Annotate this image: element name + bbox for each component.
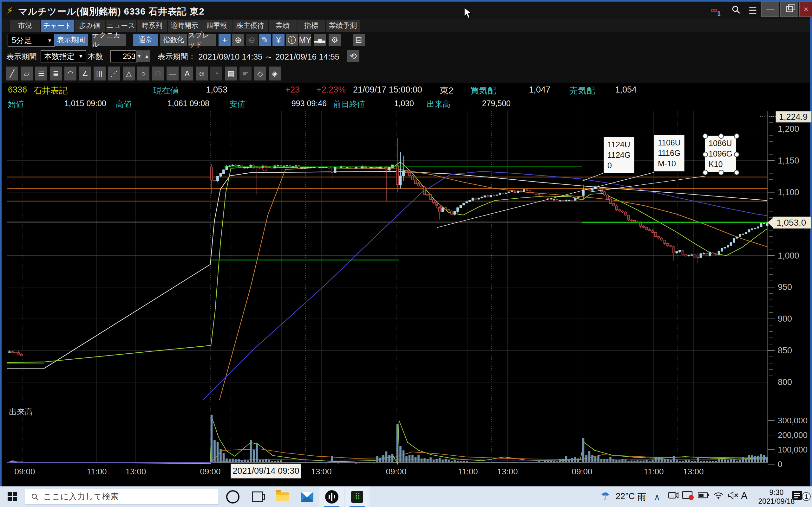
toolbar-button-2[interactable]: テクニカル: [92, 34, 126, 46]
minimize-button[interactable]: —: [761, 2, 779, 17]
price-volume-chart[interactable]: 1,2001,1501,1001,000950900850800300,0002…: [0, 109, 812, 487]
tab-10[interactable]: 指標: [297, 20, 325, 32]
camera-icon[interactable]: [668, 491, 678, 501]
taskbar-search-input[interactable]: ここに入力して検索: [25, 489, 219, 504]
link-icon[interactable]: ∞1: [711, 5, 720, 17]
fan-arc-tool[interactable]: ◠: [64, 66, 77, 80]
svg-text:1,000: 1,000: [778, 251, 799, 261]
running-indicator: [350, 506, 365, 507]
volume-muted-icon[interactable]: [728, 491, 739, 501]
tab-11[interactable]: 業績予測: [326, 20, 360, 32]
toolbar-button-1[interactable]: 表示期間: [54, 34, 88, 46]
tab-9[interactable]: 業績: [269, 20, 297, 32]
start-button[interactable]: [8, 492, 17, 502]
print-icon[interactable]: ⊟: [353, 34, 365, 46]
erase-all-tool[interactable]: ◈: [269, 66, 281, 80]
copy-tool[interactable]: ▤: [225, 66, 237, 80]
tab-1[interactable]: 市況: [10, 20, 40, 32]
notification-icon[interactable]: [792, 490, 803, 503]
my-chart-icon[interactable]: MY: [299, 34, 311, 46]
selection-handle-2[interactable]: [718, 133, 724, 139]
fan-line-tool[interactable]: ∠: [79, 66, 91, 80]
cortana-button[interactable]: [220, 487, 245, 507]
period-mode-select[interactable]: 本数指定 ▼: [41, 50, 86, 62]
icon-stamp-tool[interactable]: ☺: [196, 66, 208, 80]
notification-badge[interactable]: 1: [802, 492, 811, 501]
hlines4-tool[interactable]: ≣: [50, 66, 62, 80]
hsegment-tool[interactable]: —: [166, 66, 179, 80]
wrench-icon[interactable]: ⚙: [328, 34, 341, 46]
ellipse-tool[interactable]: ○: [137, 66, 149, 80]
search-icon[interactable]: [731, 5, 741, 16]
ruler-tool[interactable]: ▱: [20, 66, 33, 80]
weather-temp[interactable]: 22°C: [616, 492, 635, 501]
selection-handle-4[interactable]: [734, 152, 740, 157]
reset-range-button[interactable]: ⟲: [347, 50, 359, 62]
chart-note-1[interactable]: 1124U1124G0: [604, 137, 635, 173]
weather-desc[interactable]: 雨: [638, 492, 646, 503]
tab-2[interactable]: チャート: [41, 20, 74, 32]
selection-handle-7[interactable]: [703, 170, 708, 175]
toolbar-button-3[interactable]: 通常: [133, 34, 158, 46]
chart-note-2[interactable]: 1106U1116GM-10: [654, 135, 684, 171]
tab-4[interactable]: ニュース: [106, 20, 136, 32]
pentagon-tool[interactable]: △: [123, 66, 135, 80]
trading-app-button[interactable]: [319, 487, 344, 507]
file-explorer-button[interactable]: [270, 487, 295, 507]
ohlc-value-5: 279,500: [465, 99, 511, 108]
angle-lines-tool[interactable]: ⋰: [108, 66, 120, 80]
chart-toolbar: 5分足▼表示期間テクニカル通常指数化スプレッド+⊕⊖✎¥ⓘMY▂▅▃⚙⊟: [2, 32, 810, 48]
restore-button[interactable]: [780, 2, 798, 17]
selection-handle-3[interactable]: [734, 133, 740, 139]
tab-3[interactable]: 歩み値: [74, 20, 105, 32]
pencil-icon[interactable]: ✎: [259, 34, 271, 46]
svg-text:1,100: 1,100: [778, 187, 799, 197]
quote-datetime: 21/09/17 15:00:00: [353, 85, 422, 95]
close-button[interactable]: ×: [799, 2, 812, 17]
app-icon: ⚡: [7, 5, 13, 16]
ohlc-label-2: 高値: [116, 99, 132, 109]
mail-button[interactable]: [295, 487, 319, 507]
svg-text:13:00: 13:00: [125, 467, 146, 476]
tab-6[interactable]: 適時開示: [168, 20, 201, 32]
bid-label: 買気配: [470, 85, 496, 96]
count-increment-button[interactable]: ▲: [143, 50, 150, 62]
rectangle-tool[interactable]: □: [152, 66, 164, 80]
wifi-icon[interactable]: [713, 491, 724, 501]
hlines3-tool[interactable]: ☰: [35, 66, 47, 80]
timeframe-select[interactable]: 5分足▼: [8, 34, 55, 47]
battery-icon[interactable]: [698, 492, 709, 500]
toolbar-button-5[interactable]: スプレッド: [188, 34, 216, 46]
area-chart-icon[interactable]: ▂▅▃: [314, 34, 326, 46]
hidden-icons-chevron[interactable]: ∧: [654, 492, 660, 502]
yen-icon[interactable]: ¥: [272, 34, 285, 46]
task-view-button[interactable]: [245, 487, 270, 507]
titlebar[interactable]: ⚡ マルチツール(個別銘柄) 6336 石井表記 東2 ∞1 ☰ — ×: [2, 2, 810, 19]
tab-7[interactable]: 四季報: [201, 20, 232, 32]
chart-note-3[interactable]: 1086U1096GK10: [705, 135, 736, 172]
menu-icon[interactable]: ☰: [749, 5, 757, 16]
selection-handle-5[interactable]: [734, 170, 740, 175]
weather-icon[interactable]: ☂: [600, 490, 610, 502]
selection-handle-8[interactable]: [703, 152, 708, 157]
screen-record-icon[interactable]: [682, 491, 694, 502]
ask-value: 1,054: [608, 85, 637, 95]
text-tool[interactable]: A: [181, 66, 193, 80]
crosshair-icon[interactable]: +: [218, 34, 231, 46]
eraser-tool[interactable]: ◇: [254, 66, 266, 80]
vlines-tool[interactable]: |||: [94, 66, 106, 80]
selection-handle-1[interactable]: [703, 133, 708, 139]
ime-indicator[interactable]: A: [741, 490, 748, 502]
zoom-out-icon[interactable]: ⊖: [246, 34, 258, 46]
zoom-in-icon[interactable]: ⊕: [232, 34, 244, 46]
selection-handle-6[interactable]: [718, 170, 724, 175]
count-input[interactable]: 253: [110, 50, 138, 62]
tab-5[interactable]: 時系列: [137, 20, 167, 32]
trendline-tool[interactable]: ╱: [6, 66, 18, 80]
toolbar-button-4[interactable]: 指数化: [160, 34, 187, 46]
info-icon[interactable]: ⓘ: [286, 34, 298, 46]
app-window: ⚡ マルチツール(個別銘柄) 6336 石井表記 東2 ∞1 ☰ — × 市況チ…: [0, 0, 812, 507]
count-decrement-button[interactable]: ▼: [136, 50, 143, 62]
chart-app-button[interactable]: ⠿: [345, 487, 369, 507]
tab-8[interactable]: 株主優待: [233, 20, 268, 32]
